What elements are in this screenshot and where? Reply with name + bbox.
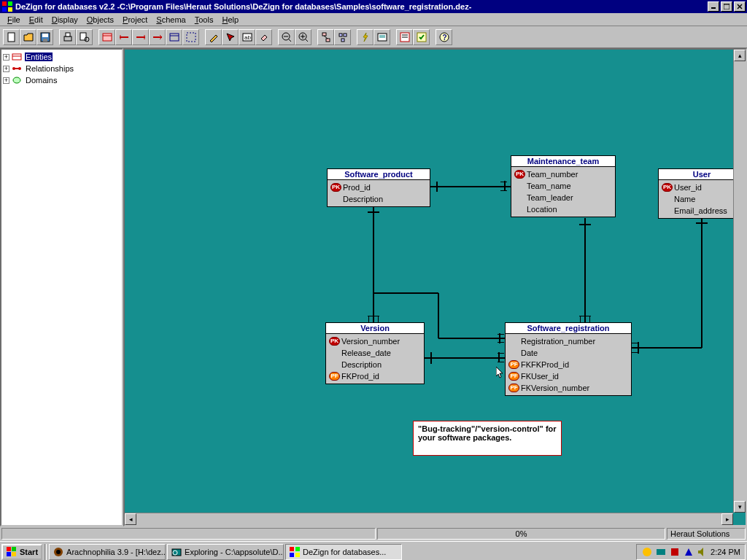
entity-user[interactable]: UserPKUser_idNameEmail_address <box>658 168 746 219</box>
tray-icon-4[interactable] <box>683 546 694 558</box>
menu-display[interactable]: Display <box>47 15 82 25</box>
pk-badge-icon: PK <box>514 170 525 179</box>
svg-point-56 <box>13 77 20 83</box>
relation3-button[interactable] <box>149 29 166 45</box>
menu-tools[interactable]: Tools <box>190 15 218 25</box>
form1-button[interactable] <box>396 29 413 45</box>
entity-column: Description <box>329 359 421 370</box>
system-tray: 2:24 PM <box>636 544 746 560</box>
taskbar-task[interactable]: Exploring - C:\appsolute\D... <box>167 544 284 560</box>
tray-icon-3[interactable] <box>669 546 681 558</box>
scroll-left-icon[interactable]: ◂ <box>125 513 136 525</box>
diagram2-button[interactable] <box>334 29 351 45</box>
task-label: Arachnophilia 3.9 - [H:\dez... <box>66 548 166 556</box>
svg-rect-51 <box>12 54 21 60</box>
tree-item-relationships[interactable]: +Relationships <box>3 63 120 74</box>
fk-badge-icon: PF <box>508 360 519 369</box>
group-button[interactable] <box>182 29 199 45</box>
status-brand: Heraut Solutions <box>667 528 746 540</box>
entity-column: Description <box>330 193 427 205</box>
scroll-up-icon[interactable]: ▴ <box>734 50 746 61</box>
svg-rect-11 <box>42 34 48 37</box>
pk-badge-icon: PK <box>662 183 673 192</box>
svg-rect-12 <box>43 39 47 42</box>
form2-button[interactable] <box>413 29 430 45</box>
taskbar-task[interactable]: Arachnophilia 3.9 - [H:\dez... <box>49 544 166 560</box>
tray-icon-2[interactable] <box>655 546 667 558</box>
entity-button[interactable] <box>98 29 115 45</box>
print-button[interactable] <box>59 29 76 45</box>
task-icon <box>171 546 182 558</box>
column-name: Email_address <box>674 205 727 217</box>
pencil-button[interactable] <box>205 29 222 45</box>
vertical-scrollbar[interactable]: ▴ ▾ <box>733 50 746 513</box>
svg-rect-58 <box>12 547 16 551</box>
menu-schema[interactable]: Schema <box>152 15 190 25</box>
new-button[interactable] <box>3 29 20 45</box>
start-label: Start <box>20 548 38 556</box>
tree-expand-icon[interactable]: + <box>3 66 9 72</box>
svg-rect-36 <box>322 33 326 36</box>
column-name: User_id <box>674 182 702 193</box>
column-name: Name <box>674 193 695 205</box>
entity-maintenance_team[interactable]: Maintenance_teamPKTeam_numberTeam_nameTe… <box>511 155 616 217</box>
entity-column: PKTeam_number <box>514 168 612 180</box>
column-name: Team_number <box>527 168 578 180</box>
entity-column: Date <box>508 347 628 359</box>
eraser-button[interactable] <box>255 29 272 45</box>
window-title: DeZign for databases v2.2 -C:\Program Fi… <box>15 2 706 11</box>
entity-column: PFFKFKProd_id <box>508 359 628 370</box>
svg-text:ab: ab <box>244 34 251 41</box>
tree-panel: +Entities+Relationships+Domains <box>0 48 123 526</box>
entity-software_registration[interactable]: Software_registrationRegistration_number… <box>505 322 632 396</box>
tree-node-icon <box>12 52 23 61</box>
tray-icon-1[interactable] <box>641 546 653 558</box>
preview-button[interactable] <box>76 29 93 45</box>
arrow-button[interactable] <box>222 29 239 45</box>
toolbar: ab ? <box>0 26 747 48</box>
text-button[interactable]: ab <box>239 29 255 45</box>
note-box[interactable]: "Bug-tracking"/"version-control" for you… <box>413 421 562 456</box>
column-name: Prod_id <box>343 182 371 193</box>
tray-volume-icon[interactable] <box>697 546 708 558</box>
scroll-down-icon[interactable]: ▾ <box>734 501 746 513</box>
tree-expand-icon[interactable]: + <box>3 77 9 84</box>
script-button[interactable] <box>374 29 390 45</box>
menu-edit[interactable]: Edit <box>25 15 47 25</box>
diagram1-button[interactable] <box>317 29 334 45</box>
close-button[interactable] <box>734 1 746 12</box>
relation2-button[interactable] <box>132 29 149 45</box>
tree-item-entities[interactable]: +Entities <box>3 51 120 63</box>
tree-item-domains[interactable]: +Domains <box>3 74 120 86</box>
svg-point-62 <box>56 550 61 554</box>
lightning-button[interactable] <box>357 29 374 45</box>
zoom-out-button[interactable] <box>278 29 295 45</box>
canvas[interactable]: Software_productPKProd_idDescriptionMain… <box>125 50 746 525</box>
start-button[interactable]: Start <box>1 544 42 560</box>
taskbar-task[interactable]: DeZign for databases... <box>285 544 402 560</box>
save-button[interactable] <box>36 29 53 45</box>
svg-rect-24 <box>170 34 179 41</box>
open-button[interactable] <box>20 29 36 45</box>
zoom-in-button[interactable] <box>295 29 311 45</box>
menu-objects[interactable]: Objects <box>82 15 118 25</box>
view-button[interactable] <box>166 29 182 45</box>
horizontal-scrollbar[interactable]: ◂ ▸ <box>125 513 733 525</box>
menu-project[interactable]: Project <box>118 15 152 25</box>
entity-title: Version <box>326 323 424 334</box>
column-name: Team_leader <box>527 192 573 203</box>
svg-rect-67 <box>290 553 294 557</box>
scroll-right-icon[interactable]: ▸ <box>721 513 733 525</box>
minimize-button[interactable] <box>708 1 719 12</box>
maximize-button[interactable] <box>721 1 732 12</box>
svg-rect-15 <box>80 33 86 40</box>
entity-version[interactable]: VersionPKVersion_numberRelease_dateDescr… <box>325 322 425 384</box>
tree-node-icon <box>12 76 23 85</box>
entity-software_product[interactable]: Software_productPKProd_idDescription <box>327 168 430 207</box>
svg-rect-2 <box>2 7 7 12</box>
help-button[interactable]: ? <box>436 29 452 45</box>
tree-expand-icon[interactable]: + <box>3 54 9 61</box>
menu-help[interactable]: Help <box>217 15 243 25</box>
relation1-button[interactable] <box>115 29 132 45</box>
menu-file[interactable]: File <box>3 15 25 25</box>
